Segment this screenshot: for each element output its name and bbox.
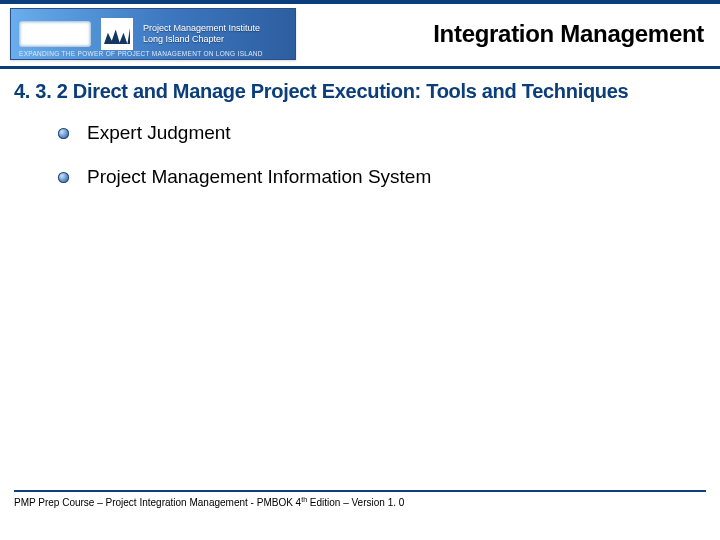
logo-org-text: Project Management Institute Long Island… (143, 23, 260, 45)
bullet-label: Project Management Information System (87, 166, 431, 188)
footer: PMP Prep Course – Project Integration Ma… (14, 490, 706, 508)
logo-emblem-icon (19, 21, 91, 47)
footer-text: PMP Prep Course – Project Integration Ma… (14, 496, 706, 508)
content-area: Expert Judgment Project Management Infor… (0, 108, 720, 188)
section-heading: 4. 3. 2 Direct and Manage Project Execut… (0, 69, 720, 108)
pmi-logo: Project Management Institute Long Island… (10, 8, 296, 60)
bullet-label: Expert Judgment (87, 122, 231, 144)
footer-text-after: Edition – Version 1. 0 (307, 497, 404, 508)
section-number: 4. 3. 2 (14, 80, 68, 102)
bullet-icon (58, 172, 69, 183)
logo-org-line1: Project Management Institute (143, 23, 260, 34)
logo-org-line2: Long Island Chapter (143, 34, 260, 45)
list-item: Expert Judgment (58, 122, 690, 144)
section-title: Direct and Manage Project Execution: Too… (73, 80, 629, 102)
header: Project Management Institute Long Island… (0, 4, 720, 69)
logo-tagline: EXPANDING THE POWER OF PROJECT MANAGEMEN… (19, 50, 263, 57)
page-title: Integration Management (296, 20, 710, 48)
pmi-mark-icon (101, 18, 133, 50)
footer-text-before: PMP Prep Course – Project Integration Ma… (14, 497, 301, 508)
list-item: Project Management Information System (58, 166, 690, 188)
bullet-icon (58, 128, 69, 139)
